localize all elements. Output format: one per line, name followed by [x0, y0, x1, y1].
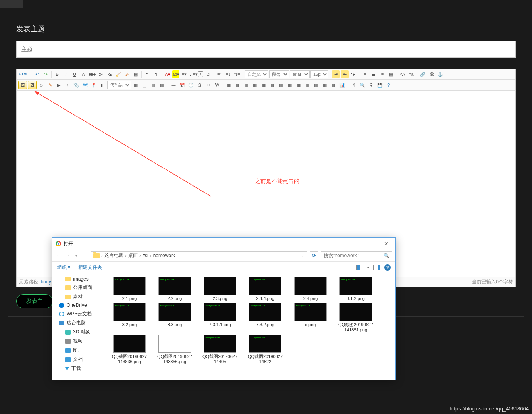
searchreplace-icon[interactable]: ⚲ — [367, 81, 375, 89]
code-lang-select[interactable]: 代码语言 — [107, 81, 131, 89]
insertframe-icon[interactable]: ◧ — [98, 81, 106, 89]
directionality-icon[interactable]: ¶▸ — [349, 70, 357, 78]
undo-icon[interactable]: ↶ — [33, 70, 41, 78]
paragraph-select[interactable]: 段落 — [269, 70, 289, 78]
align-center-icon[interactable]: ☰ — [370, 70, 378, 78]
file-item[interactable]: . . .QQ截图20190627143856.png — [157, 335, 193, 364]
breadcrumb[interactable]: › 这台电脑› 桌面› zsl› homework ⌄ — [91, 251, 307, 260]
file-item[interactable]: root@host:~#7.3.1.1.png — [202, 303, 238, 333]
nav-back-icon[interactable]: ← — [56, 253, 62, 258]
map-icon[interactable]: 🗺 — [81, 81, 89, 89]
nav-up-icon[interactable]: ↑ — [82, 253, 88, 258]
mergeright-icon[interactable]: ▦ — [295, 81, 303, 89]
splittocells-icon[interactable]: ▦ — [312, 81, 320, 89]
drafts-icon[interactable]: 💾 — [376, 81, 384, 89]
sidebar-item[interactable]: WPS云文档 — [52, 309, 110, 318]
charts-icon[interactable]: 📊 — [338, 81, 346, 89]
font-size-select[interactable]: 16px — [310, 70, 328, 78]
align-right-icon[interactable]: ≡ — [378, 70, 386, 78]
webapp-icon[interactable]: ▦ — [132, 81, 140, 89]
file-item[interactable]: QQ截图20190627143836.png — [112, 335, 147, 364]
nav-forward-icon[interactable]: → — [64, 253, 71, 258]
file-item[interactable]: root@host:~#3.3.png — [157, 303, 193, 333]
sidebar-item[interactable]: 公用桌面 — [52, 283, 110, 292]
snapscreen-icon[interactable]: ✂ — [204, 81, 212, 89]
file-item[interactable]: root@host:~#2.4.4.png — [247, 277, 283, 301]
redo-icon[interactable]: ↷ — [42, 70, 50, 78]
template-icon[interactable]: ▤ — [149, 81, 157, 89]
html-source-button[interactable]: HTML — [18, 70, 29, 78]
forecolor-icon[interactable]: A▾ — [164, 70, 172, 78]
link-icon[interactable]: 🔗 — [419, 70, 427, 78]
blockquote-icon[interactable]: ❝ — [143, 70, 151, 78]
attachment-icon[interactable]: 📎 — [72, 81, 80, 89]
print-icon[interactable]: 🖨 — [350, 81, 358, 89]
new-folder-button[interactable]: 新建文件夹 — [78, 264, 102, 271]
ordered-list-icon[interactable]: ≡▾ — [180, 70, 188, 78]
file-item[interactable]: 2.4.png — [293, 277, 328, 301]
file-item[interactable]: root@host:~#c.png — [293, 303, 328, 333]
cleardoc-icon[interactable]: 🗋 — [204, 70, 212, 78]
unlink-icon[interactable]: ⛓ — [428, 70, 436, 78]
spechars-icon[interactable]: Ω — [196, 81, 204, 89]
sidebar-item[interactable]: 图片 — [52, 346, 110, 355]
touppercase-icon[interactable]: ᴬA — [399, 70, 407, 78]
mergecells-icon[interactable]: ▦ — [286, 81, 294, 89]
sidebar-item[interactable]: 下载 — [52, 364, 110, 373]
mergedown-icon[interactable]: ▦ — [303, 81, 311, 89]
file-item[interactable]: root@host:~#2.1.png — [112, 277, 147, 301]
gmap-icon[interactable]: 📍 — [90, 81, 98, 89]
insertrow-icon[interactable]: ▦ — [251, 81, 259, 89]
custom-title-select[interactable]: 自定义标题 — [245, 70, 268, 78]
inserttable-icon[interactable]: ▦ — [225, 81, 233, 89]
file-item[interactable]: root@host:~#QQ截图2019062714522 — [247, 335, 283, 364]
font-border-icon[interactable]: A — [79, 70, 87, 78]
time-icon[interactable]: 🕐 — [187, 81, 195, 89]
pasteplain-icon[interactable]: ¶ — [152, 70, 160, 78]
pagebreak-icon[interactable]: ⎯ — [141, 81, 148, 89]
anchor-icon[interactable]: ⚓ — [436, 70, 444, 78]
help-icon[interactable]: ? — [384, 264, 391, 271]
sidebar-item[interactable]: 素材 — [52, 292, 110, 301]
emotion-icon[interactable]: ☺ — [37, 81, 45, 89]
rowspacingbottom-icon[interactable]: ≡↓ — [224, 70, 232, 78]
file-item[interactable]: root@host:~#7.3.2.png — [247, 303, 283, 333]
search-icon[interactable]: 🔍 — [384, 253, 389, 258]
element-path-link[interactable]: body — [41, 279, 51, 285]
file-item[interactable]: QQ截图20190627141851.png — [338, 303, 374, 333]
deleterow-icon[interactable]: ▦ — [260, 81, 268, 89]
file-item[interactable]: 2.3.png — [202, 277, 238, 301]
sidebar-item[interactable]: images — [52, 275, 110, 283]
superscript-icon[interactable]: x² — [97, 70, 105, 78]
scrawl-icon[interactable]: ✎ — [46, 81, 54, 89]
horizontal-icon[interactable]: — — [170, 81, 177, 89]
remove-format-icon[interactable]: 🧹 — [114, 70, 122, 78]
multi-image-icon[interactable]: 🖼 — [28, 81, 37, 89]
tolowercase-icon[interactable]: ᴬa — [407, 70, 415, 78]
rowspacingtop-icon[interactable]: ≡↑ — [216, 70, 224, 78]
close-icon[interactable]: ✕ — [380, 241, 392, 247]
italic-icon[interactable]: I — [62, 70, 70, 78]
sidebar-item[interactable]: 视频 — [52, 337, 110, 346]
format-match-icon[interactable]: 🖌 — [123, 70, 131, 78]
align-justify-icon[interactable]: ▤ — [387, 70, 395, 78]
sidebar-item[interactable]: 文档 — [52, 355, 110, 364]
submit-button[interactable]: 发表主 — [16, 294, 53, 308]
file-item[interactable]: root@host:~#3.2.png — [112, 303, 147, 333]
nav-recent-icon[interactable]: ▾ — [73, 254, 79, 258]
insertcol-icon[interactable]: ▦ — [268, 81, 276, 89]
deletecol-icon[interactable]: ▦ — [277, 81, 285, 89]
sidebar-item[interactable]: OneDrive — [52, 301, 110, 309]
single-image-icon[interactable]: 🖼 — [18, 81, 27, 89]
lineheight-icon[interactable]: ⇅≡ — [233, 70, 241, 78]
sidebar-item[interactable]: 这台电脑 — [52, 318, 110, 327]
insertparagraphbeforetable-icon[interactable]: ▦ — [242, 81, 250, 89]
file-item[interactable]: root@host:~#2.2.png — [157, 277, 193, 301]
search-box[interactable]: 🔍 — [321, 251, 392, 260]
backcolor-icon[interactable]: ab▾ — [172, 70, 179, 78]
wordimage-icon[interactable]: W — [213, 81, 221, 89]
video-icon[interactable]: ▶ — [55, 81, 63, 89]
file-item[interactable]: root@host:~#3.1.2.png — [338, 277, 374, 301]
help-icon[interactable]: ? — [385, 81, 393, 89]
strikethrough-icon[interactable]: abc — [88, 70, 96, 78]
